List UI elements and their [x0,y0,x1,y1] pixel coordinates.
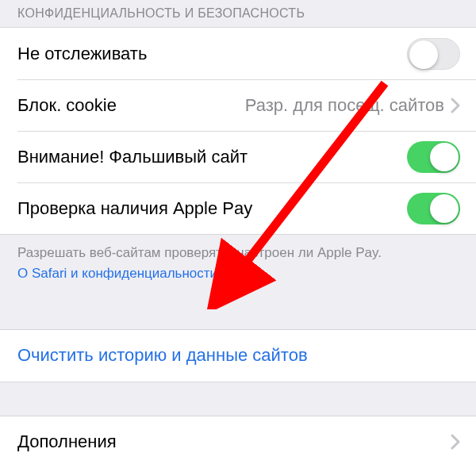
row-fraud-warning[interactable]: Внимание! Фальшивый сайт [0,131,476,182]
row-apple-pay-check[interactable]: Проверка наличия Apple Pay [0,182,476,234]
action-label: Очистить историю и данные сайтов [17,345,308,366]
row-value: Разр. для посещ. сайтов [245,95,444,116]
clear-group: Очистить историю и данные сайтов [0,329,476,382]
row-label: Проверка наличия Apple Pay [17,198,252,219]
footer-text-apple-pay: Разрешать веб-сайтам проверять, настроен… [0,235,476,266]
link-about-safari-privacy[interactable]: О Safari и конфиденциальности… [0,266,476,296]
toggle-knob [409,40,438,69]
toggle-knob [430,194,459,223]
row-label: Не отслеживать [17,44,147,64]
extensions-group: Дополнения [0,416,476,468]
row-label: Дополнения [17,432,117,452]
toggle-do-not-track[interactable] [407,38,460,70]
toggle-apple-pay-check[interactable] [407,193,460,224]
row-label: Блок. cookie [17,95,117,116]
chevron-right-icon [451,434,460,450]
clear-history-button[interactable]: Очистить историю и данные сайтов [0,330,476,382]
toggle-knob [430,143,459,171]
toggle-fraud-warning[interactable] [407,141,460,173]
row-label: Внимание! Фальшивый сайт [17,147,248,167]
row-extensions[interactable]: Дополнения [0,416,476,468]
row-do-not-track[interactable]: Не отслеживать [0,28,476,79]
chevron-right-icon [451,98,460,113]
row-block-cookies[interactable]: Блок. cookie Разр. для посещ. сайтов [0,79,476,131]
privacy-group: Не отслеживать Блок. cookie Разр. для по… [0,27,476,235]
section-header-privacy: КОНФИДЕНЦИАЛЬНОСТЬ И БЕЗОПАСНОСТЬ [0,0,476,27]
